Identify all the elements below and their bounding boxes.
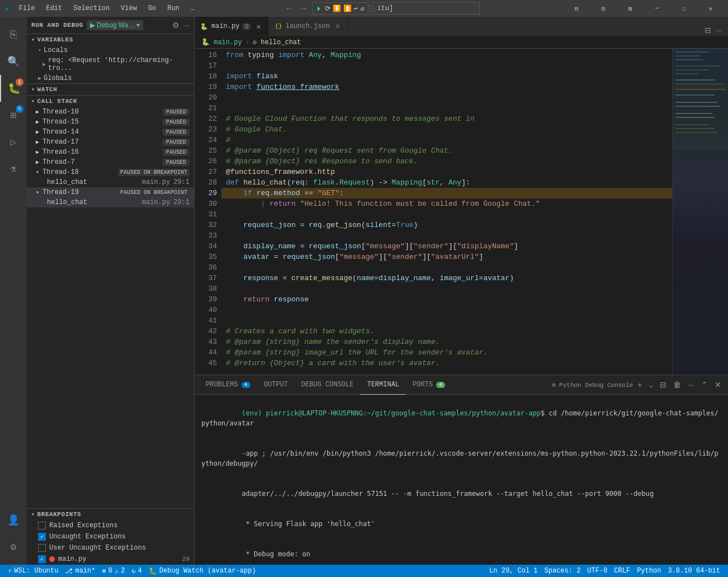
statusbar-sync[interactable]: ↻ 4 — [128, 565, 145, 577]
panel-tab-output[interactable]: OUTPUT — [257, 375, 295, 395]
statusbar-debug-watch[interactable]: 🐛 Debug Watch (avatar-app) — [145, 565, 259, 577]
window-minimize-button[interactable]: ─ — [644, 0, 670, 17]
bp-user-uncaught-checkbox[interactable] — [38, 544, 46, 552]
tab-mainpy[interactable]: 🐍 main.py 2 ✕ — [195, 17, 269, 36]
code-line-23: # Google Chat. — [221, 124, 672, 135]
nav-back-button[interactable]: ← — [283, 3, 295, 14]
statusbar-cursor[interactable]: Ln 29, Col 1 — [486, 565, 541, 577]
bp-raised-exceptions[interactable]: Raised Exceptions — [27, 520, 194, 531]
watch-header[interactable]: ▾ WATCH — [27, 84, 194, 95]
terminal-line-3: adapter/../../debugpy/launcher 57151 -- … — [201, 479, 721, 509]
debug-play-button[interactable]: ▶ Debug Wa… ▾ — [87, 20, 143, 30]
panel-close-button[interactable]: ✕ — [712, 379, 724, 390]
activity-search[interactable]: 🔍 — [0, 48, 27, 75]
nav-forward-button[interactable]: → — [297, 3, 310, 14]
panel-tab-terminal[interactable]: TERMINAL — [360, 375, 406, 395]
tab-launch-label: launch.json — [286, 22, 330, 30]
statusbar-language[interactable]: Python — [634, 565, 664, 577]
bp-uncaught-exceptions[interactable]: Uncaught Exceptions — [27, 531, 194, 542]
ln-28: 28 — [199, 177, 217, 188]
bp-raised-checkbox[interactable] — [38, 522, 46, 529]
thread-7[interactable]: ▶ Thread-7 PAUSED — [27, 157, 194, 167]
menu-selection[interactable]: Selection — [69, 3, 114, 13]
bp-uncaught-checkbox[interactable] — [38, 533, 46, 541]
terminal-launch-button[interactable]: ⌵ — [646, 379, 655, 390]
terminal-split-button[interactable]: ⊟ — [658, 379, 669, 390]
globals-section[interactable]: ▶ Globals — [27, 73, 194, 83]
thread-19[interactable]: ▾ Thread-19 PAUSED ON BREAKPOINT — [27, 187, 194, 197]
bp-user-uncaught-exceptions[interactable]: User Uncaught Exceptions — [27, 542, 194, 554]
callstack-frame-19[interactable]: hello_chat main.py 29:1 — [27, 197, 194, 207]
statusbar-spaces[interactable]: Spaces: 2 — [541, 565, 584, 577]
terminal-content[interactable]: (env) pierrick@LAPTOP-HKU5PNNG:~/git/goo… — [195, 395, 728, 565]
window-layout-button[interactable]: ⊟ — [564, 0, 589, 17]
menu-view[interactable]: View — [116, 3, 141, 13]
ln-39: 39 — [199, 294, 217, 305]
window-maximize-button[interactable]: ☐ — [671, 0, 697, 17]
panel-tab-debug-console[interactable]: DEBUG CONSOLE — [295, 375, 361, 395]
menu-run[interactable]: Run — [163, 3, 184, 13]
menu-go[interactable]: Go — [144, 3, 160, 13]
terminal-more-button[interactable]: ··· — [686, 379, 697, 390]
statusbar-eol[interactable]: CRLF — [611, 565, 634, 577]
menu-more[interactable]: … — [186, 3, 199, 13]
tab-split-button[interactable]: ⊟ — [703, 25, 712, 36]
activity-explorer[interactable]: ⎘ — [0, 21, 27, 48]
frame-line: 29:1 — [173, 178, 190, 186]
breadcrumb: 🐍 main.py › ◇ hello_chat — [195, 36, 728, 49]
activity-testing[interactable]: ⚗ — [0, 155, 27, 182]
code-content[interactable]: from typing import Any, Mapping import f… — [221, 49, 672, 375]
bp-mainpy[interactable]: main.py 29 — [27, 554, 194, 565]
statusbar-wsl[interactable]: ⚡ WSL: Ubuntu — [4, 565, 62, 577]
callstack-frame-18[interactable]: hello_chat main.py 29:1 — [27, 177, 194, 187]
debug-settings-button[interactable]: ⚙ — [172, 21, 179, 30]
ln-26: 26 — [199, 156, 217, 167]
callstack-label: CALL STACK — [37, 98, 78, 105]
activity-debug[interactable]: 🐛 1 — [0, 75, 27, 102]
statusbar-python-version[interactable]: 3.8.10 64-bit — [664, 565, 724, 577]
bp-mainpy-checkbox[interactable] — [38, 555, 46, 563]
activity-settings[interactable]: ⚙ — [0, 533, 27, 560]
window-split-button[interactable]: ⊡ — [590, 0, 616, 17]
terminal-line-1: (env) pierrick@LAPTOP-HKU5PNNG:~/git/goo… — [201, 398, 721, 438]
statusbar-errors[interactable]: ⊗ 0 ⚠ 2 — [98, 565, 128, 577]
terminal-config-label[interactable]: ⚙ Python Debug Console — [552, 381, 633, 389]
breadcrumb-symbol[interactable]: ◇ hello_chat — [253, 38, 301, 46]
ln-32: 32 — [199, 220, 217, 230]
tab-launchjson[interactable]: {} launch.json ✕ — [269, 17, 348, 36]
activity-run[interactable]: ▷ — [0, 129, 27, 155]
thread-18[interactable]: ▾ Thread-18 PAUSED ON BREAKPOINT — [27, 167, 194, 177]
tab-more-button[interactable]: ··· — [715, 25, 724, 36]
statusbar-encoding[interactable]: UTF-8 — [584, 565, 611, 577]
thread-15[interactable]: ▶ Thread-15 PAUSED — [27, 117, 194, 127]
menu-edit[interactable]: Edit — [41, 3, 67, 13]
panel-tab-problems[interactable]: PROBLEMS 4 — [199, 375, 257, 395]
terminal-add-button[interactable]: + — [635, 379, 644, 390]
panel-tab-ports[interactable]: PORTS 4 — [406, 375, 452, 395]
vscode-icon: ✦ — [4, 3, 10, 14]
locals-section[interactable]: ▾ Locals — [27, 45, 194, 55]
callstack-header[interactable]: ▾ CALL STACK — [27, 96, 194, 107]
activity-extensions[interactable]: ⊞ 5 — [0, 102, 27, 129]
panel-maximize-button[interactable]: ⌃ — [699, 379, 710, 390]
chevron-down-icon: ▾ — [136, 21, 140, 29]
statusbar-branch[interactable]: ⎇ main* — [62, 565, 98, 577]
breadcrumb-file[interactable]: 🐍 main.py — [201, 38, 242, 46]
thread-16[interactable]: ▶ Thread-16 PAUSED — [27, 147, 194, 157]
tab-launch-close[interactable]: ✕ — [333, 22, 342, 31]
debug-more-button[interactable]: ··· — [183, 21, 190, 30]
thread-14[interactable]: ▶ Thread-14 PAUSED — [27, 127, 194, 137]
window-close-button[interactable]: ✕ — [698, 0, 724, 17]
ln-19: 19 — [199, 82, 217, 92]
window-grid-button[interactable]: ⊞ — [617, 0, 643, 17]
terminal-trash-button[interactable]: 🗑 — [671, 379, 683, 390]
thread-name: Thread-14 — [42, 128, 79, 136]
breakpoints-header[interactable]: ▾ BREAKPOINTS — [27, 509, 194, 520]
thread-17[interactable]: ▶ Thread-17 PAUSED — [27, 137, 194, 147]
tab-mainpy-close[interactable]: ✕ — [254, 22, 263, 31]
locals-req-item[interactable]: ▶ req: <Request 'http://charming-tro... — [27, 55, 194, 73]
variables-header[interactable]: ▾ VARIABLES — [27, 34, 194, 45]
thread-10[interactable]: ▶ Thread-10 PAUSED — [27, 107, 194, 117]
activity-account[interactable]: 👤 — [0, 507, 27, 533]
menu-file[interactable]: File — [15, 3, 40, 13]
